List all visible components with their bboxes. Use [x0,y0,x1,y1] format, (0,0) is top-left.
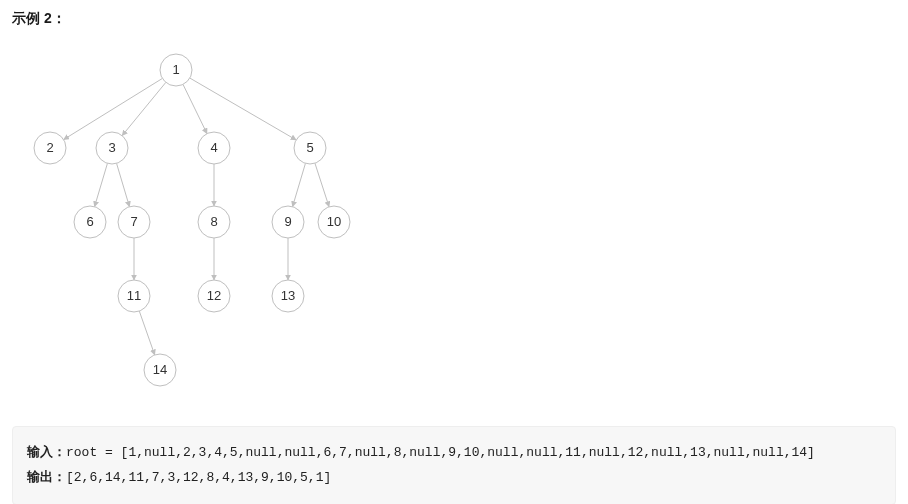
tree-node-label: 14 [153,362,167,377]
tree-edge [139,311,154,355]
tree-node-label: 11 [127,288,141,303]
tree-node: 7 [118,206,150,238]
tree-edge [315,163,329,207]
tree-node-label: 3 [108,140,115,155]
input-prefix: root = [66,445,121,460]
io-codebox: 输入：root = [1,null,2,3,4,5,null,null,6,7,… [12,426,896,504]
tree-edge [293,163,306,206]
tree-node-label: 2 [46,140,53,155]
tree-node: 1 [160,54,192,86]
tree-diagram: 1234567891011121314 [16,42,376,402]
tree-node-label: 12 [207,288,221,303]
tree-node-label: 7 [130,214,137,229]
tree-node-label: 10 [327,214,341,229]
tree-node-label: 4 [210,140,217,155]
tree-node-label: 6 [86,214,93,229]
tree-edge [183,84,207,133]
tree-edge [95,163,108,206]
tree-edge [64,78,163,139]
tree-node: 11 [118,280,150,312]
output-label: 输出： [27,470,66,485]
input-line: 输入：root = [1,null,2,3,4,5,null,null,6,7,… [27,441,881,466]
tree-node: 13 [272,280,304,312]
tree-node: 12 [198,280,230,312]
output-line: 输出：[2,6,14,11,7,3,12,8,4,13,9,10,5,1] [27,466,881,491]
tree-edge [117,163,130,206]
tree-node: 14 [144,354,176,386]
example-heading: 示例 2： [12,10,896,28]
tree-node: 5 [294,132,326,164]
tree-node-label: 8 [210,214,217,229]
tree-node: 6 [74,206,106,238]
tree-node: 10 [318,206,350,238]
tree-node: 2 [34,132,66,164]
tree-node: 4 [198,132,230,164]
tree-node-label: 13 [281,288,295,303]
tree-node: 8 [198,206,230,238]
tree-diagram-container: 1234567891011121314 [12,42,896,402]
input-label: 输入： [27,445,66,460]
tree-node-label: 9 [284,214,291,229]
output-value: [2,6,14,11,7,3,12,8,4,13,9,10,5,1] [66,470,331,485]
input-value: [1,null,2,3,4,5,null,null,6,7,null,8,nul… [121,445,815,460]
tree-node: 3 [96,132,128,164]
tree-node-label: 1 [172,62,179,77]
tree-node: 9 [272,206,304,238]
tree-node-label: 5 [306,140,313,155]
